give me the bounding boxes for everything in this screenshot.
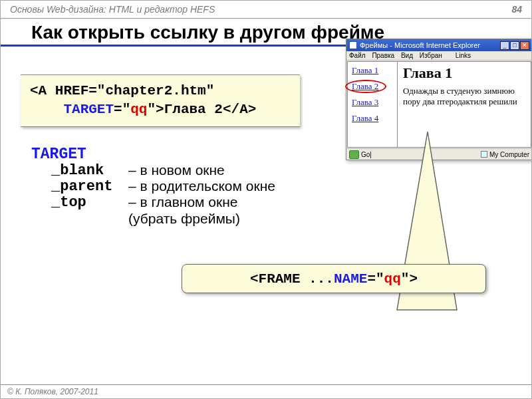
- status-go-text: Go|: [361, 151, 372, 158]
- nav-link-1[interactable]: Глава 1: [352, 65, 393, 76]
- maximize-button[interactable]: □: [510, 41, 519, 50]
- status-right: My Computer: [489, 151, 529, 158]
- slide-header: Основы Web-дизайна: HTML и редактор HEFS…: [1, 1, 531, 18]
- footer: © К. Поляков, 2007-2011: [1, 384, 531, 398]
- header-title: Основы Web-дизайна: HTML и редактор HEFS: [10, 4, 511, 15]
- name-attribute: NAME: [334, 271, 367, 287]
- content-heading: Глава 1: [403, 65, 525, 82]
- close-button[interactable]: ✕: [520, 41, 529, 50]
- target-extra: (убрать фреймы): [128, 211, 518, 227]
- links-label: Links: [456, 52, 471, 59]
- nav-link-3[interactable]: Глава 3: [352, 97, 393, 108]
- target-value: qq: [130, 102, 147, 117]
- name-value: qq: [384, 271, 401, 287]
- menu-file[interactable]: Файл: [349, 52, 366, 59]
- nav-link-4[interactable]: Глава 4: [352, 113, 393, 124]
- zone-icon: [481, 151, 487, 158]
- frameset: Глава 1 Глава 2 Глава 3 Глава 4 Глава 1 …: [347, 61, 531, 148]
- go-icon[interactable]: [349, 150, 359, 159]
- frame-name-callout: <FRAME ... NAME="qq">: [182, 264, 486, 293]
- page-number: 84: [511, 4, 522, 15]
- menu-view[interactable]: Вид: [401, 52, 413, 59]
- menu-bar: Файл Правка Вид Избран Links: [346, 51, 532, 61]
- menu-fav[interactable]: Избран: [420, 52, 442, 59]
- nav-frame: Глава 1 Глава 2 Глава 3 Глава 4: [348, 62, 398, 147]
- target-row-top: _top – в главном окне: [31, 194, 518, 211]
- copyright: © К. Поляков, 2007-2011: [7, 387, 98, 396]
- target-row-parent: _parent – в родительском окне: [31, 178, 518, 195]
- menu-edit[interactable]: Правка: [372, 52, 394, 59]
- target-row-blank: _blank – в новом окне: [31, 162, 518, 179]
- window-titlebar: Фреймы - Microsoft Internet Explorer _ □…: [346, 39, 532, 51]
- browser-screenshot: Фреймы - Microsoft Internet Explorer _ □…: [346, 39, 532, 160]
- target-attribute: TARGET: [63, 102, 114, 117]
- status-bar: Go| My Computer: [346, 148, 532, 160]
- code-example: <A HREF="chapter2.htm" TARGET="qq">Глава…: [21, 74, 300, 127]
- ie-icon: [349, 41, 357, 49]
- nav-link-2[interactable]: Глава 2: [352, 81, 393, 92]
- content-paragraph: Однажды в студеную зимнюю пору два птеро…: [403, 86, 525, 108]
- window-title: Фреймы - Microsoft Internet Explorer: [360, 41, 500, 49]
- minimize-button[interactable]: _: [500, 41, 509, 50]
- content-frame: Глава 1 Однажды в студеную зимнюю пору д…: [398, 62, 531, 147]
- content-area: <A HREF="chapter2.htm" TARGET="qq">Глава…: [1, 47, 531, 227]
